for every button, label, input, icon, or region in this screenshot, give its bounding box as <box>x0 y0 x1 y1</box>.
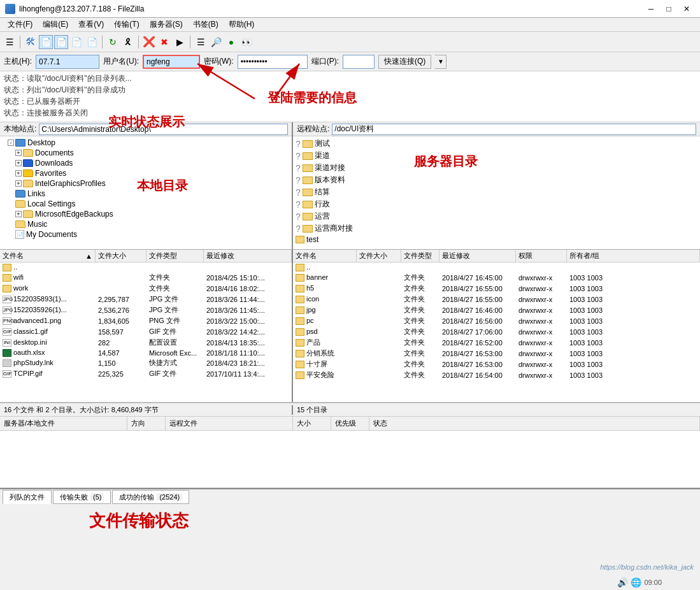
remote-panel: 远程站点: ? 测试 ? 渠道 ? 渠道对接 <box>293 122 700 249</box>
list-item[interactable]: work 文件夹 2018/4/16 18:02:... <box>0 283 292 294</box>
list-item[interactable]: 产品 文件夹2018/4/27 16:52:00drwxrwxr-x1003 1… <box>293 337 700 348</box>
toolbar-btn-6[interactable]: 🎗 <box>121 35 135 49</box>
list-item[interactable]: jpg 文件夹2018/4/27 16:46:00drwxrwxr-x1003 … <box>293 305 700 315</box>
toolbar-btn-5[interactable]: 📄 <box>85 35 99 49</box>
user-input[interactable] <box>143 55 200 69</box>
remote-tree-xingzheng[interactable]: ? 行政 <box>294 198 699 210</box>
list-item[interactable]: .. <box>293 263 700 272</box>
toolbar-btn-2[interactable]: 📄 <box>39 35 53 49</box>
col-filename-local[interactable]: 文件名 ▲ <box>0 250 96 262</box>
menu-transfer[interactable]: 传输(T) <box>109 18 144 31</box>
toolbar-btn-10[interactable]: 👀 <box>239 35 254 49</box>
list-item[interactable]: psd 文件夹2018/4/27 17:06:00drwxrwxr-x1003 … <box>293 326 700 337</box>
list-item[interactable]: wifi 文件夹 2018/4/25 15:10:... <box>0 272 292 283</box>
tree-item-documents[interactable]: + Documents <box>1 148 290 158</box>
pass-input[interactable] <box>238 55 308 69</box>
menu-bookmark[interactable]: 书签(B) <box>188 18 224 31</box>
disconnect-button[interactable]: ✖ <box>157 35 171 49</box>
tree-label: 行政 <box>315 199 330 210</box>
col-size-local[interactable]: 文件大小 <box>96 250 146 262</box>
tree-item-music[interactable]: Music <box>1 219 290 229</box>
list-item[interactable]: h5 文件夹2018/4/27 16:55:00drwxrwxr-x1003 1… <box>293 283 700 294</box>
menu-help[interactable]: 帮助(H) <box>224 18 260 31</box>
menu-edit[interactable]: 编辑(E) <box>38 18 73 31</box>
remote-tree-test[interactable]: test <box>294 234 699 245</box>
menu-view[interactable]: 查看(V) <box>73 18 109 31</box>
list-item[interactable]: 分销系统 文件夹2018/4/27 16:53:00drwxrwxr-x1003… <box>293 348 700 359</box>
col-type-local[interactable]: 文件类型 <box>146 250 204 262</box>
remote-tree-ceshi[interactable]: ? 测试 <box>294 138 699 150</box>
toolbar-btn-7[interactable]: ▶ <box>173 35 187 49</box>
tree-label: test <box>306 235 318 244</box>
tab-queued-files[interactable]: 列队的文件 <box>3 490 52 504</box>
tab-successful-transfers[interactable]: 成功的传输 (2524) <box>112 490 189 504</box>
remote-tree-qudaodj[interactable]: ? 渠道对接 <box>294 162 699 174</box>
menu-file[interactable]: 文件(F) <box>3 18 38 31</box>
tree-label: Music <box>27 220 47 229</box>
col-filename-remote[interactable]: 文件名 <box>293 250 357 262</box>
minimize-button[interactable]: ─ <box>643 3 659 15</box>
tree-item-mydocs[interactable]: 📄 My Documents <box>1 229 290 240</box>
col-perm-remote[interactable]: 权限 <box>516 250 567 262</box>
expander-msedge[interactable]: + <box>15 211 22 217</box>
list-item[interactable]: icon 文件夹2018/4/27 16:55:00drwxrwxr-x1003… <box>293 294 700 305</box>
list-item[interactable]: banner 文件夹2018/4/27 16:45:00drwxrwxr-x10… <box>293 272 700 283</box>
col-size-remote[interactable]: 文件大小 <box>357 250 401 262</box>
list-item[interactable]: INIdesktop.ini 282 配置设置 2018/4/13 18:35:… <box>0 337 292 348</box>
remote-tree-qudao[interactable]: ? 渠道 <box>294 150 699 162</box>
site-manager-button[interactable]: 🛠 <box>24 35 38 49</box>
remote-tree-yunyingsdj[interactable]: ? 运营商对接 <box>294 222 699 234</box>
remote-path-input[interactable] <box>332 124 696 135</box>
col-date-local[interactable]: 最近修改 <box>204 250 292 262</box>
main-window: lihongfeng@123.207.7.188 - FileZilla ─ □… <box>0 0 700 590</box>
list-item[interactable]: phpStudy.lnk 1,150 快捷方式 2018/4/23 18:21:… <box>0 357 292 368</box>
search-button[interactable]: 🔎 <box>209 35 223 49</box>
toolbar-btn-3[interactable]: 📄 <box>54 35 68 49</box>
menu-server[interactable]: 服务器(S) <box>145 18 188 31</box>
list-item[interactable]: 十寸屏 文件夹2018/4/27 16:53:00drwxrwxr-x1003 … <box>293 359 700 370</box>
remote-summary: 15 个目录 <box>293 405 700 415</box>
list-item[interactable]: JPG1522035893(1)... 2,295,787 JPG 文件 201… <box>0 294 292 305</box>
toolbar-btn-9[interactable]: ● <box>224 35 238 49</box>
tree-item-favorites[interactable]: + Favorites <box>1 168 290 178</box>
expander-documents[interactable]: + <box>15 150 22 156</box>
tree-item-links[interactable]: Links <box>1 189 290 199</box>
list-item[interactable]: pc 文件夹2018/4/27 16:56:00drwxrwxr-x1003 1… <box>293 315 700 326</box>
expander-favorites[interactable]: + <box>15 170 22 176</box>
quickconnect-dropdown[interactable]: ▼ <box>435 55 446 69</box>
list-item[interactable]: PNGadvanced1.png 1,834,605 PNG 文件 2018/3… <box>0 315 292 326</box>
tree-item-downloads[interactable]: + Downloads <box>1 158 290 168</box>
title-bar: lihongfeng@123.207.7.188 - FileZilla ─ □… <box>0 0 700 18</box>
expander-intel[interactable]: + <box>15 180 22 187</box>
toolbar-btn-1[interactable]: ☰ <box>3 35 17 49</box>
list-item[interactable]: JPG1522035926(1)... 2,536,276 JPG 文件 201… <box>0 305 292 315</box>
list-item[interactable]: 平安免险 文件夹2018/4/27 16:54:00drwxrwxr-x1003… <box>293 370 700 380</box>
cancel-button[interactable]: ❌ <box>142 35 156 49</box>
list-item[interactable]: GIFTCPIP.gif 225,325 GIF 文件 2017/10/11 1… <box>0 368 292 379</box>
port-input[interactable] <box>343 55 375 69</box>
col-date-remote[interactable]: 最近修改 <box>439 250 516 262</box>
toolbar-btn-8[interactable]: ☰ <box>194 35 208 49</box>
quickconnect-button[interactable]: 快速连接(Q) <box>378 55 431 69</box>
tree-item-msedge[interactable]: + MicrosoftEdgeBackups <box>1 209 290 219</box>
remote-tree-yunying[interactable]: ? 运营 <box>294 210 699 222</box>
col-owner-remote[interactable]: 所有者/组 <box>567 250 700 262</box>
list-item[interactable]: .. <box>0 263 292 272</box>
tree-item-desktop[interactable]: - Desktop <box>1 138 290 148</box>
toolbar-btn-4[interactable]: 📄 <box>69 35 83 49</box>
close-button[interactable]: ✕ <box>678 3 695 15</box>
maximize-button[interactable]: □ <box>661 3 677 15</box>
refresh-button[interactable]: ↻ <box>106 35 120 49</box>
remote-tree-jiesuan[interactable]: ? 结算 <box>294 186 699 198</box>
host-input[interactable] <box>36 55 99 69</box>
remote-tree-banben[interactable]: ? 版本资料 <box>294 174 699 186</box>
tree-item-local-settings[interactable]: Local Settings <box>1 199 290 209</box>
tree-item-intel[interactable]: + IntelGraphicsProfiles <box>1 178 290 189</box>
col-type-remote[interactable]: 文件类型 <box>401 250 439 262</box>
local-path-input[interactable] <box>39 124 288 135</box>
expander-desktop[interactable]: - <box>8 140 14 146</box>
tab-failed-transfers[interactable]: 传输失败 (5) <box>53 490 111 504</box>
expander-downloads[interactable]: + <box>15 160 22 166</box>
list-item[interactable]: GIFclassic1.gif 158,597 GIF 文件 2018/3/22… <box>0 326 292 337</box>
list-item[interactable]: oauth.xlsx 14,587 Microsoft Exc... 2018/… <box>0 348 292 357</box>
